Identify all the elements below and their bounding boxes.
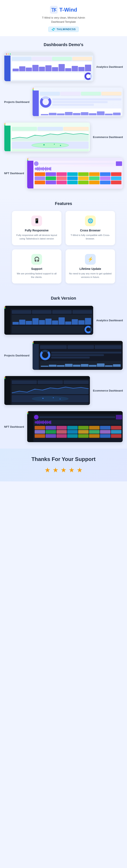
svg-rect-0 xyxy=(50,6,58,13)
nft-dark-screenshot xyxy=(27,411,123,442)
crossbrowser-title: Cross Browser xyxy=(69,229,112,232)
feature-lifetime: ⚡ Lifetime Update No need to pay any mor… xyxy=(66,249,115,284)
thanks-title: Thanks For Your Support xyxy=(4,456,123,462)
features-section: Features 📱 Fully Responsive Fully respon… xyxy=(0,195,127,290)
badge-label: TAILWINDCSS xyxy=(57,28,76,31)
ecommerce-light-screenshot xyxy=(4,122,90,152)
feature-support: 🎧 Support We are providing fastest suppo… xyxy=(12,249,61,284)
demo-item-nft-light: NFT Dashboard xyxy=(4,157,123,189)
dark-demo-grid: Analytics Dashboard xyxy=(4,306,123,442)
header-subtitle: T-Wind is very clean, Minimal Admin Dash… xyxy=(4,16,123,24)
thanks-section: Thanks For Your Support ★ ★ ★ ★ ★ xyxy=(0,448,127,482)
ecommerce-label: Ecommerce Dashboard xyxy=(93,135,123,138)
header-section: T-Wind T-Wind is very clean, Minimal Adm… xyxy=(0,0,127,36)
dark-ecommerce-label: Ecommerce Dashboard xyxy=(93,389,123,392)
analytics-label: Analytics Dashboard xyxy=(96,65,123,68)
demo-item-projects-dark: Projects Dashboard xyxy=(4,341,123,370)
logo-text: T-Wind xyxy=(59,7,77,13)
nft-label: NFT Dashboard xyxy=(4,172,24,175)
svg-point-5 xyxy=(60,145,61,146)
star-3: ★ xyxy=(60,466,67,474)
support-title: Support xyxy=(15,267,58,271)
features-grid: 📱 Fully Responsive Fully responsive with… xyxy=(12,211,115,283)
demo-item-analytics-light: Analytics Dashboard xyxy=(4,52,123,82)
tailwind-icon xyxy=(51,28,55,31)
svg-point-2 xyxy=(32,143,69,148)
crossbrowser-desc: T-Wind is fully compatible with Cross-br… xyxy=(69,234,112,241)
svg-marker-6 xyxy=(12,387,89,394)
ecommerce-dark-screenshot xyxy=(4,376,90,405)
lifetime-title: Lifetime Update xyxy=(69,267,112,271)
projects-dark-screenshot xyxy=(32,341,123,370)
responsive-icon: 📱 xyxy=(31,216,42,226)
svg-point-10 xyxy=(59,399,60,399)
demo-item-ecommerce-dark: Ecommerce Dashboard xyxy=(4,376,123,405)
support-icon: 🎧 xyxy=(31,254,42,265)
svg-point-8 xyxy=(42,398,43,399)
analytics-light-screenshot xyxy=(4,52,93,82)
dark-section: Dark Version xyxy=(0,290,127,448)
svg-marker-1 xyxy=(12,133,89,141)
svg-point-3 xyxy=(43,144,45,146)
star-5: ★ xyxy=(77,466,83,474)
svg-point-9 xyxy=(53,397,54,398)
demo-item-projects-light: Projects Dashboard xyxy=(4,87,123,117)
features-title: Features xyxy=(4,201,123,206)
logo-area: T-Wind xyxy=(4,6,123,13)
lifetime-desc: No need to pay any more to get updated v… xyxy=(69,272,112,279)
nft-light-screenshot xyxy=(27,157,123,189)
demo-item-nft-dark: NFT Dashboard xyxy=(4,411,123,442)
responsive-desc: Fully responsive with all devices layout… xyxy=(15,234,58,241)
projects-label: Projects Dashboard xyxy=(4,100,30,103)
feature-responsive: 📱 Fully Responsive Fully responsive with… xyxy=(12,211,61,245)
dark-nft-label: NFT Dashboard xyxy=(4,425,24,428)
star-1: ★ xyxy=(45,466,50,474)
demos-section: Dashboards Demo's xyxy=(0,36,127,195)
analytics-dark-screenshot xyxy=(4,306,93,335)
demos-title: Dashboards Demo's xyxy=(4,42,123,47)
projects-light-screenshot xyxy=(32,87,123,117)
demo-item-ecommerce-light: Ecommerce Dashboard xyxy=(4,122,123,152)
support-desc: We are providing fastest support to all … xyxy=(15,272,58,279)
lifetime-icon: ⚡ xyxy=(85,254,96,265)
crossbrowser-icon: 🌐 xyxy=(85,216,96,226)
svg-point-7 xyxy=(32,397,68,401)
demo-item-analytics-dark: Analytics Dashboard xyxy=(4,306,123,335)
tailwind-badge: TAILWINDCSS xyxy=(48,27,79,32)
dark-title: Dark Version xyxy=(4,296,123,301)
star-4: ★ xyxy=(69,466,75,474)
svg-point-4 xyxy=(54,144,55,145)
dark-analytics-label: Analytics Dashboard xyxy=(96,319,123,322)
feature-crossbrowser: 🌐 Cross Browser T-Wind is fully compatib… xyxy=(66,211,115,245)
stars-row: ★ ★ ★ ★ ★ xyxy=(4,466,123,474)
demo-grid: Analytics Dashboard xyxy=(4,52,123,189)
responsive-title: Fully Responsive xyxy=(15,229,58,232)
twind-logo-icon xyxy=(50,6,58,13)
star-2: ★ xyxy=(52,466,58,474)
dark-projects-label: Projects Dashboard xyxy=(4,354,30,357)
